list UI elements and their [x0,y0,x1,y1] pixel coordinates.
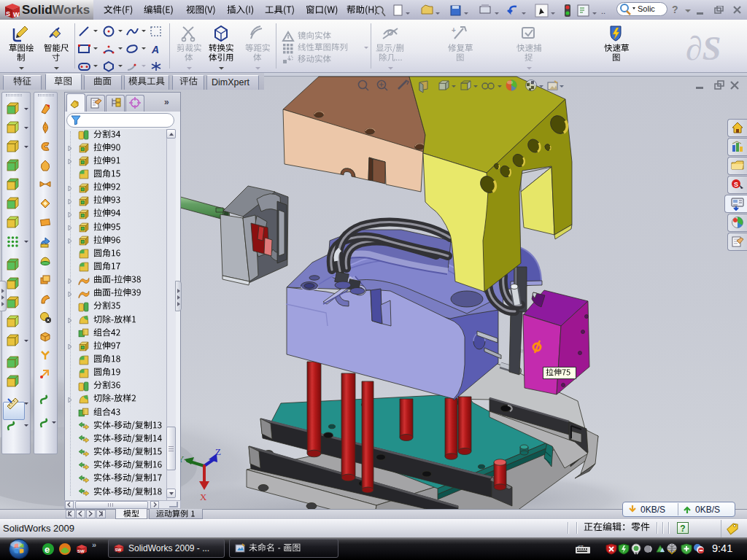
svg-text:Solic: Solic [638,4,655,13]
svg-text:..: .. [601,7,605,15]
svg-text:Z: Z [215,446,221,457]
svg-text:SW: SW [77,549,85,553]
svg-text:A: A [151,44,159,55]
svg-text:+: + [452,26,456,34]
svg-text:S: S [734,181,738,188]
svg-text:SW: SW [115,548,123,552]
svg-text:W: W [13,11,20,18]
svg-text:e: e [44,544,50,555]
svg-text:键盘: 键盘 [577,545,584,548]
svg-text:X: X [200,491,207,502]
svg-text:S: S [6,10,10,18]
